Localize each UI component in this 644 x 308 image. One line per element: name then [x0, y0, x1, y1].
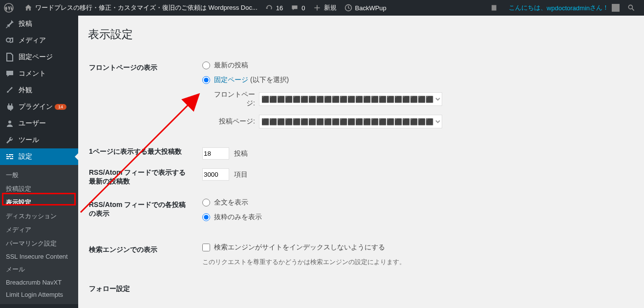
comment-icon	[5, 69, 15, 79]
radio-rss-full[interactable]: 全文を表示	[202, 198, 628, 207]
svg-point-3	[628, 5, 632, 9]
sidebar-label: ツール	[19, 136, 39, 144]
sidebar-item-settings[interactable]: 設定	[0, 148, 78, 165]
new-content[interactable]: 新規	[309, 0, 341, 16]
radio-static-link[interactable]: 固定ページ	[214, 76, 248, 83]
sidebar-label: 外観	[19, 86, 32, 95]
submenu-ssl[interactable]: SSL Insecure Content	[0, 250, 78, 263]
submenu-media[interactable]: メディア	[0, 223, 78, 237]
sidebar-item-users[interactable]: ユーザー	[0, 115, 78, 132]
search-icon	[627, 4, 635, 12]
seo-checkbox-label[interactable]: 検索エンジンがサイトをインデックスしないようにする	[202, 243, 628, 252]
site-title: ワードプレスの移行・修正・カスタマイズ・復旧のご依頼は Wordpress Do…	[35, 3, 258, 12]
rss-count-suffix: 項目	[234, 170, 248, 178]
seo-checkbox-text: 検索エンジンがサイトをインデックスしないようにする	[214, 243, 385, 252]
page-icon	[5, 52, 15, 62]
backwpup-icon	[344, 4, 352, 12]
submenu-mail[interactable]: メール	[0, 263, 78, 276]
flag-icon	[490, 4, 498, 12]
updates-link[interactable]: 16	[261, 0, 287, 16]
radio-rss-summary-input[interactable]	[202, 213, 210, 221]
sidebar-item-appearance[interactable]: 外観	[0, 82, 78, 99]
posts-per-page-input[interactable]	[202, 147, 229, 160]
submenu-reading[interactable]: 表示設定	[0, 196, 78, 209]
sidebar-item-tools[interactable]: ツール	[0, 132, 78, 148]
sidebar-label: メディア	[19, 36, 46, 45]
submenu-breadcrumb[interactable]: Breadcrumb NavXT	[0, 276, 78, 288]
sidebar-label: プラグイン	[19, 103, 53, 111]
frontpage-select-row: フロントページ: ⬛⬛⬛⬛⬛⬛⬛⬛⬛⬛⬛⬛⬛⬛⬛⬛⬛⬛⬛⬛⬛⬛⬛⬛	[211, 90, 628, 108]
comments-count: 0	[301, 4, 305, 12]
seo-checkbox[interactable]	[202, 244, 210, 251]
sidebar-item-pages[interactable]: 固定ページ	[0, 49, 78, 65]
submenu-lla[interactable]: Limit Login Attempts	[0, 288, 78, 301]
sidebar-item-comments[interactable]: コメント	[0, 65, 78, 82]
radio-static-suffix: (以下を選択)	[248, 76, 289, 83]
radio-rss-full-text: 全文を表示	[214, 198, 248, 207]
plus-icon	[313, 4, 321, 12]
radio-rss-full-input[interactable]	[202, 199, 210, 206]
radio-static-input[interactable]	[202, 76, 210, 84]
submenu-permalink[interactable]: パーマリンク設定	[0, 237, 78, 250]
radio-latest-posts[interactable]: 最新の投稿	[202, 61, 628, 70]
radio-latest-input[interactable]	[202, 62, 210, 69]
settings-submenu: 一般 投稿設定 表示設定 ディスカッション メディア パーマリンク設定 SSL …	[0, 165, 78, 304]
radio-latest-text: 最新の投稿	[214, 61, 248, 70]
greeting-post: さん！	[590, 3, 609, 12]
search-toggle[interactable]	[623, 0, 642, 16]
settings-form: フロントページの表示 最新の投稿 固定ページ (以下を選択) フロントページ: …	[88, 53, 634, 304]
submenu-general[interactable]: 一般	[0, 168, 78, 182]
postspage-select[interactable]: ⬛⬛⬛⬛⬛⬛⬛⬛⬛⬛⬛⬛⬛⬛⬛⬛⬛⬛⬛⬛⬛⬛⬛⬛	[259, 115, 442, 128]
radio-static-page[interactable]: 固定ページ (以下を選択)	[202, 76, 628, 84]
rss-view-th: RSS/Atom フィードでの各投稿の表示	[89, 191, 196, 235]
perpage-suffix: 投稿	[234, 149, 248, 157]
wrench-icon	[5, 135, 15, 145]
backwpup-link[interactable]: BackWPup	[341, 0, 390, 16]
update-icon	[265, 4, 273, 12]
backwpup-label: BackWPup	[355, 4, 386, 12]
greeting-user: wpdoctoradmin	[547, 4, 590, 12]
sidebar-item-posts[interactable]: 投稿	[0, 16, 78, 32]
perpage-th: 1ページに表示する最大投稿数	[89, 144, 196, 164]
sidebar-item-plugins[interactable]: プラグイン 14	[0, 99, 78, 115]
content-area: 表示設定 フロントページの表示 最新の投稿 固定ページ (以下を選択) フロント…	[78, 16, 644, 308]
submenu-discussion[interactable]: ディスカッション	[0, 209, 78, 223]
postspage-select-label: 投稿ページ:	[211, 117, 255, 126]
new-label: 新規	[324, 3, 337, 12]
svg-point-5	[8, 121, 11, 123]
postspage-select-row: 投稿ページ: ⬛⬛⬛⬛⬛⬛⬛⬛⬛⬛⬛⬛⬛⬛⬛⬛⬛⬛⬛⬛⬛⬛⬛⬛	[211, 115, 628, 128]
comment-icon	[291, 4, 299, 12]
sidebar-item-media[interactable]: メディア	[0, 32, 78, 49]
sidebar-label: 設定	[19, 152, 32, 161]
site-name[interactable]: ワードプレスの移行・修正・カスタマイズ・復旧のご依頼は Wordpress Do…	[21, 0, 261, 16]
wordpress-icon	[4, 3, 14, 13]
my-account[interactable]: こんにちは、 wpdoctoradmin さん！	[505, 0, 623, 16]
home-icon	[24, 4, 32, 12]
submenu-writing[interactable]: 投稿設定	[0, 182, 78, 196]
rss-count-input[interactable]	[202, 168, 229, 181]
frontpage-th: フロントページの表示	[89, 54, 196, 143]
brush-icon	[5, 85, 15, 95]
greeting-pre: こんにちは、	[509, 3, 547, 12]
plug-icon	[5, 102, 15, 112]
pin-icon	[5, 19, 15, 29]
follow-th: フォロー設定	[89, 275, 196, 303]
rss-count-th: RSS/Atom フィードで表示する最新の投稿数	[89, 164, 196, 190]
admin-bar-right: こんにちは、 wpdoctoradmin さん！	[486, 0, 644, 16]
updates-count: 16	[276, 4, 283, 12]
sidebar-label: コメント	[19, 69, 46, 78]
notification-icon-wrap[interactable]	[486, 0, 505, 16]
frontpage-select-label: フロントページ:	[211, 90, 255, 108]
admin-sidebar: 投稿 メディア 固定ページ コメント 外観 プラグイン 14 ユーザー ツール …	[0, 16, 78, 308]
page-title: 表示設定	[88, 22, 634, 44]
radio-rss-summary[interactable]: 抜粋のみを表示	[202, 213, 628, 222]
wp-logo[interactable]	[0, 0, 21, 16]
plugins-update-badge: 14	[55, 104, 66, 110]
comments-link[interactable]: 0	[287, 0, 309, 16]
sidebar-label: 固定ページ	[19, 53, 53, 62]
frontpage-select[interactable]: ⬛⬛⬛⬛⬛⬛⬛⬛⬛⬛⬛⬛⬛⬛⬛⬛⬛⬛⬛⬛⬛⬛⬛⬛	[259, 92, 442, 106]
svg-point-4	[6, 38, 10, 42]
admin-bar: ワードプレスの移行・修正・カスタマイズ・復旧のご依頼は Wordpress Do…	[0, 0, 644, 16]
seo-th: 検索エンジンでの表示	[89, 236, 196, 274]
admin-bar-left: ワードプレスの移行・修正・カスタマイズ・復旧のご依頼は Wordpress Do…	[0, 0, 390, 16]
